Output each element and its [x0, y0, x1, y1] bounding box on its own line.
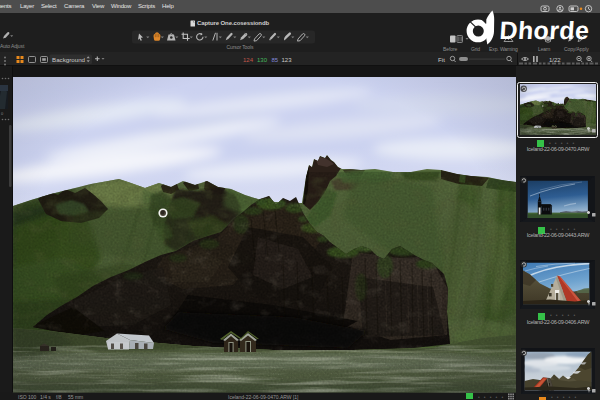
svg-text:Fit: Fit: [438, 56, 445, 63]
svg-text:124: 124: [243, 57, 254, 63]
svg-text:Background: Background: [52, 56, 86, 63]
svg-text:Dhorde: Dhorde: [499, 17, 591, 45]
svg-text:85: 85: [272, 57, 279, 63]
svg-text:130: 130: [257, 57, 268, 63]
svg-text:123: 123: [282, 57, 293, 63]
svg-text:0: 0: [1, 111, 4, 116]
